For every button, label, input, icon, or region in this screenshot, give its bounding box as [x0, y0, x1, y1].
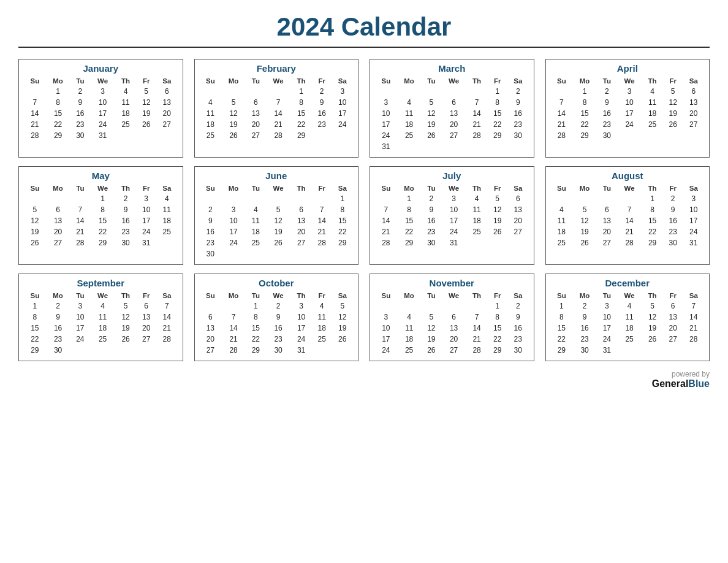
day-2: 2	[421, 193, 441, 204]
calendar-week-row: 11121314151617	[551, 215, 705, 226]
month-september: SeptemberSuMoTuWeThFrSa12345678910111213…	[18, 274, 183, 361]
weekday-header-fr: Fr	[487, 291, 507, 301]
brand-name: GeneralBlue	[18, 378, 710, 389]
month-name-september: September	[24, 278, 178, 288]
calendar-week-row: 45678910	[551, 204, 705, 215]
day-28: 28	[70, 237, 90, 248]
empty-day	[683, 345, 704, 356]
day-10: 10	[597, 312, 617, 323]
day-20: 20	[663, 323, 683, 334]
day-18: 18	[246, 226, 266, 237]
day-10: 10	[90, 97, 115, 108]
weekday-header-su: Su	[551, 291, 573, 301]
weekday-header-mo: Mo	[397, 76, 422, 86]
empty-day	[441, 301, 466, 312]
day-30: 30	[46, 345, 70, 356]
day-20: 20	[441, 119, 466, 130]
day-21: 21	[466, 119, 487, 130]
day-19: 19	[572, 226, 597, 237]
day-7: 7	[24, 97, 46, 108]
day-13: 13	[597, 215, 617, 226]
day-15: 15	[332, 215, 353, 226]
day-6: 6	[683, 86, 704, 97]
day-26: 26	[115, 334, 136, 345]
day-25: 25	[312, 334, 332, 345]
weekday-header-th: Th	[290, 291, 311, 301]
day-30: 30	[507, 130, 528, 141]
day-23: 23	[597, 119, 617, 130]
day-19: 19	[421, 119, 441, 130]
day-13: 13	[290, 215, 311, 226]
day-12: 12	[136, 97, 156, 108]
day-8: 8	[551, 312, 573, 323]
weekday-header-tu: Tu	[597, 291, 617, 301]
calendar-week-row: 6789101112	[200, 312, 354, 323]
day-22: 22	[246, 334, 266, 345]
day-22: 22	[332, 226, 353, 237]
month-name-august: August	[551, 170, 705, 181]
month-name-july: July	[375, 170, 529, 181]
calendar-week-row: 15161718192021	[551, 323, 705, 334]
day-4: 4	[90, 301, 115, 312]
day-20: 20	[200, 334, 222, 345]
day-11: 11	[642, 97, 662, 108]
day-17: 17	[683, 215, 704, 226]
calendar-week-row: 78910111213	[551, 97, 705, 108]
empty-day	[487, 237, 507, 248]
month-name-november: November	[375, 278, 529, 288]
day-13: 13	[683, 97, 704, 108]
day-8: 8	[90, 204, 115, 215]
day-12: 12	[642, 312, 662, 323]
day-11: 11	[115, 97, 136, 108]
day-23: 23	[70, 119, 90, 130]
day-19: 19	[136, 108, 156, 119]
month-january: JanuarySuMoTuWeThFrSa1234567891011121314…	[18, 59, 183, 158]
cal-table-december: SuMoTuWeThFrSa12345678910111213141516171…	[551, 291, 705, 356]
empty-day	[221, 301, 246, 312]
day-8: 8	[642, 204, 662, 215]
calendar-week-row: 14151617181920	[375, 215, 529, 226]
day-16: 16	[115, 215, 136, 226]
day-19: 19	[266, 226, 291, 237]
day-12: 12	[487, 204, 507, 215]
day-5: 5	[221, 97, 246, 108]
day-13: 13	[156, 97, 177, 108]
calendar-week-row: 30	[200, 248, 354, 259]
day-17: 17	[597, 323, 617, 334]
day-23: 23	[663, 226, 683, 237]
weekday-header-su: Su	[375, 183, 397, 193]
day-28: 28	[551, 130, 573, 141]
day-16: 16	[507, 323, 528, 334]
day-28: 28	[24, 130, 46, 141]
calendar-week-row: 2728293031	[200, 345, 354, 356]
weekday-header-th: Th	[290, 76, 311, 86]
day-26: 26	[663, 119, 683, 130]
day-21: 21	[375, 226, 397, 237]
day-24: 24	[683, 226, 704, 237]
day-21: 21	[466, 334, 487, 345]
cal-table-january: SuMoTuWeThFrSa12345678910111213141516171…	[24, 76, 178, 141]
day-10: 10	[375, 323, 397, 334]
cal-table-september: SuMoTuWeThFrSa12345678910111213141516171…	[24, 291, 178, 356]
calendar-week-row: 45678910	[200, 97, 354, 108]
day-5: 5	[572, 204, 597, 215]
day-19: 19	[221, 119, 246, 130]
empty-day	[642, 345, 662, 356]
calendar-week-row: 21222324252627	[375, 226, 529, 237]
day-4: 4	[466, 193, 487, 204]
cal-table-may: SuMoTuWeThFrSa12345678910111213141516171…	[24, 183, 178, 248]
day-25: 25	[617, 334, 642, 345]
calendar-week-row: 3456789	[375, 97, 529, 108]
day-16: 16	[507, 108, 528, 119]
day-16: 16	[572, 323, 597, 334]
empty-day	[397, 301, 422, 312]
day-28: 28	[266, 130, 291, 141]
weekday-header-we: We	[441, 183, 466, 193]
day-25: 25	[551, 237, 573, 248]
day-12: 12	[115, 312, 136, 323]
day-31: 31	[683, 237, 704, 248]
calendar-week-row: 10111213141516	[375, 323, 529, 334]
cal-table-november: SuMoTuWeThFrSa12345678910111213141516171…	[375, 291, 529, 356]
day-29: 29	[332, 237, 353, 248]
weekday-header-mo: Mo	[572, 291, 597, 301]
